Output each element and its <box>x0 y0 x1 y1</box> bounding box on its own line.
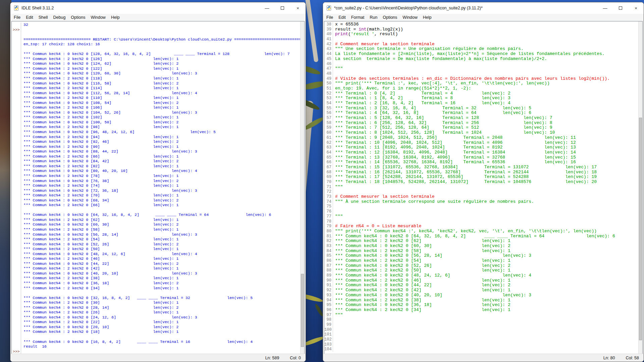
shell-scrollbar-thumb[interactable] <box>301 274 304 347</box>
maximize-button[interactable] <box>613 2 628 14</box>
shell-line: *** Commun kec%4 : 2 kec%2 0 [42] len(ve… <box>12 266 300 271</box>
editor-scrollbar-thumb[interactable] <box>639 118 642 340</box>
editor-line: 56*** Terminal : 4 [64, 32, 16, 8] Termi… <box>324 111 638 116</box>
shell-prompt-gutter <box>12 57 21 62</box>
minimize-button[interactable]: — <box>259 2 275 14</box>
menu-item-window[interactable]: Window <box>400 14 420 21</box>
editor-code-text: *** Terminal : 3 [32, 16, 8, 4] Terminal… <box>333 106 531 111</box>
editor-line: 68*** Terminal : 16 [262144, 131072, 655… <box>324 170 638 175</box>
editor-line-number: 48 <box>324 71 333 76</box>
maximize-button[interactable] <box>275 2 290 14</box>
editor-scrollbar[interactable] <box>638 21 642 354</box>
menu-item-shell[interactable]: Shell <box>36 14 51 21</box>
menu-item-help[interactable]: Help <box>420 14 434 21</box>
editor-line-number: 91 <box>324 283 333 288</box>
editor-line: 92*** Commun kec%4 : 2 kec%2 0 [42] len(… <box>324 288 638 293</box>
close-button[interactable]: × <box>290 2 306 14</box>
menu-item-options[interactable]: Options <box>380 14 400 21</box>
shell-line: >>> <box>12 27 300 33</box>
close-button[interactable]: × <box>628 2 644 14</box>
editor-line-number: 71 <box>324 185 333 190</box>
editor-line: 38x = 65536 <box>324 22 638 27</box>
menu-item-edit[interactable]: Edit <box>23 14 36 21</box>
editor-code-text: *** Commun kec%4 : 0 kec%2 0 [40, 20, 10… <box>333 293 531 298</box>
menu-item-file[interactable]: File <box>11 14 23 21</box>
shell-prompt-gutter <box>12 227 21 232</box>
editor-line-number: 95 <box>324 303 333 308</box>
editor-code-text: *** Terminal : 5 [128, 64, 32, 16] Termi… <box>333 116 552 121</box>
shell-prompt-gutter <box>12 154 21 159</box>
editor-code-text: """ print('*** Commun kec%4 :', kec%4, '… <box>333 229 597 234</box>
shell-line: *** Commun kec%4 : 2 kec%2 0 [54] len(ve… <box>12 237 300 242</box>
menu-item-file[interactable]: File <box>324 14 336 21</box>
shell-output-text: *** Commun kec%4 : 0 kec%2 0 [60, 30] le… <box>21 222 178 227</box>
shell-line: *** Commun kec%4 : 0 kec%2 0 [80, 40, 20… <box>12 169 300 174</box>
editor-line-number: 94 <box>324 298 333 303</box>
editor-frame: 38x = 6553639result = int(math.log2(x))4… <box>324 21 643 354</box>
editor-code-text: x = 65536 <box>333 22 359 27</box>
menu-item-window[interactable]: Window <box>88 14 108 21</box>
editor-code-text <box>333 322 335 327</box>
shell-prompt-gutter <box>12 232 21 237</box>
editor-line: 94*** Commun kec%4 : 2 kec%2 0 [38] len(… <box>324 298 638 303</box>
shell-titlebar[interactable]: IDLE Shell 3.11.2 — × <box>10 2 306 14</box>
editor-text-area[interactable]: 38x = 6553639result = int(math.log2(x))4… <box>324 21 638 354</box>
editor-code-text <box>333 204 335 209</box>
shell-output-text: *** Commun kec%4 : 2 kec%2 0 [42] len(ve… <box>21 266 178 271</box>
shell-output-text: *** Commun kec%4 : 2 kec%2 0 [46] len(ve… <box>21 256 178 261</box>
shell-prompt-gutter <box>12 86 21 91</box>
menu-item-help[interactable]: Help <box>108 14 122 21</box>
editor-code-text: *** Terminal : 6 [256, 128, 64, 32] Term… <box>333 121 552 126</box>
editor-code-text: *** Commun kec%4 : 0 kec%2 0 [52, 26] le… <box>333 263 511 268</box>
editor-status-line: Ln: 80 <box>603 356 615 360</box>
shell-output-text: *** Commun kec%4 : 2 kec%2 0 [62] len(ve… <box>21 218 178 223</box>
menu-item-format[interactable]: Format <box>348 14 367 21</box>
editor-code-text <box>333 71 335 76</box>
shell-prompt-gutter <box>12 110 21 115</box>
shell-prompt-gutter <box>12 335 21 340</box>
shell-output-text: *** Commun kec%4 : 0 kec%2 0 [116, 58] l… <box>21 81 178 86</box>
shell-prompt-gutter <box>12 105 21 110</box>
editor-titlebar[interactable]: *con_suite2.py - C:\Users\Vincent\Deskto… <box>323 2 644 14</box>
shell-prompt-gutter <box>12 101 21 106</box>
shell-output-text: *** Commun kec%4 : 0 kec%2 0 [16, 8, 4, … <box>21 340 253 345</box>
editor-line: 77""" <box>324 214 638 219</box>
shell-output-text: *** Commun kec%4 : 0 kec%2 0 [120, 60, 3… <box>21 71 197 76</box>
shell-output-text: *** Commun kec%4 : 0 kec%2 0 [80, 40, 20… <box>21 169 197 174</box>
editor-code-text: print('result ', result) <box>333 32 398 37</box>
editor-line: 93*** Commun kec%4 : 0 kec%2 0 [40, 20, … <box>324 293 638 298</box>
shell-line <box>12 32 300 37</box>
minimize-button[interactable]: — <box>597 2 613 14</box>
shell-prompt-gutter <box>12 91 21 96</box>
menu-item-options[interactable]: Options <box>68 14 88 21</box>
shell-prompt-gutter <box>12 329 21 335</box>
menu-item-run[interactable]: Run <box>367 14 380 21</box>
shell-output-text: *** Commun kec%4 : 0 kec%2 0 [64, 32, 16… <box>21 213 271 218</box>
shell-prompt-gutter <box>12 276 21 281</box>
shell-output-text: *** Commun kec%4 : 2 kec%2 0 [70] len(ve… <box>21 193 178 198</box>
editor-line-number: 84 <box>324 249 333 254</box>
shell-text-area[interactable]: 32>>>============================= RESTA… <box>12 21 300 354</box>
editor-line-number: 51 <box>324 86 333 91</box>
editor-line-number: 56 <box>324 111 333 116</box>
shell-output-text: *** Commun kec%4 : 0 kec%2 0 [40, 20, 10… <box>21 271 197 276</box>
editor-line: 76 <box>324 209 638 214</box>
shell-line: *** Commun kec%4 : 0 kec%2 0 [60, 30] le… <box>12 222 300 227</box>
shell-scrollbar[interactable] <box>300 21 304 354</box>
editor-line: 74""" À une section terminale correspond… <box>324 199 638 204</box>
shell-frame: 32>>>============================= RESTA… <box>11 21 305 354</box>
editor-menubar: FileEditFormatRunOptionsWindowHelp <box>323 14 644 21</box>
editor-line: 75 <box>324 204 638 209</box>
shell-output-text: en_top: 17 choix2: 128 choix1: 16 <box>21 42 100 47</box>
menu-item-edit[interactable]: Edit <box>336 14 348 21</box>
shell-prompt-gutter <box>12 208 21 213</box>
shell-prompt-gutter <box>12 344 21 349</box>
menu-item-debug[interactable]: Debug <box>51 14 68 21</box>
editor-line: 55*** Terminal : 3 [32, 16, 8, 4] Termin… <box>324 106 638 111</box>
editor-line-number: 74 <box>324 199 333 204</box>
shell-line: ============================= RESTART: C… <box>12 37 300 42</box>
shell-line: *** Commun kec%4 : 2 kec%2 0 [46] len(ve… <box>12 256 300 261</box>
shell-body: 32>>>============================= RESTA… <box>10 21 306 354</box>
editor-line: 95*** Commun kec%4 : 0 kec%2 0 [36, 18] … <box>324 303 638 308</box>
editor-code-text: *** Terminal : 18 [1048576, 524288, 2621… <box>333 180 597 185</box>
